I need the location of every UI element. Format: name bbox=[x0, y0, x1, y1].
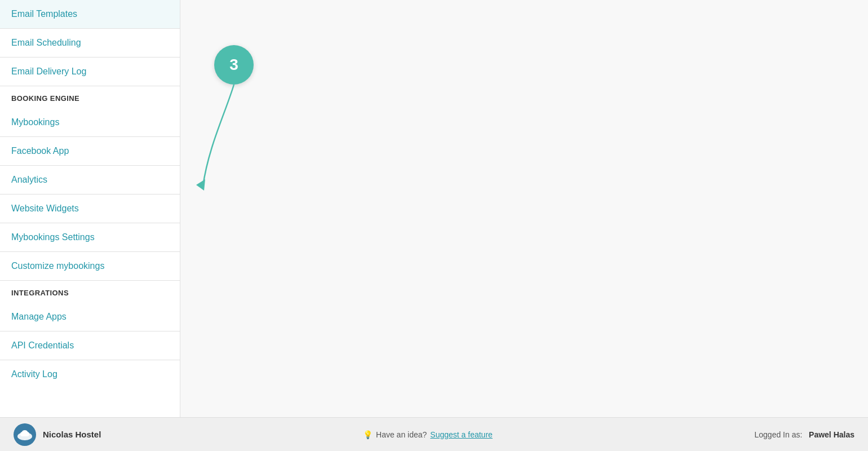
annotation-number: 3 bbox=[229, 56, 238, 74]
idea-text: Have an idea? bbox=[376, 430, 427, 439]
sidebar-nav: Email Templates Email Scheduling Email D… bbox=[0, 0, 180, 417]
logged-in-user: Pawel Halas bbox=[809, 430, 854, 439]
annotation-container: 3 bbox=[192, 45, 304, 214]
main-content: 3 bbox=[180, 0, 868, 417]
sidebar-item-mybookings-settings[interactable]: Mybookings Settings bbox=[0, 223, 180, 251]
hat-icon bbox=[17, 428, 33, 441]
hostel-name: Nicolas Hostel bbox=[43, 430, 101, 439]
footer-left: Nicolas Hostel bbox=[14, 423, 101, 446]
sidebar-item-manage-apps[interactable]: Manage Apps bbox=[0, 303, 180, 331]
sidebar-item-activity-log[interactable]: Activity Log bbox=[0, 360, 180, 388]
sidebar: Email Templates Email Scheduling Email D… bbox=[0, 0, 180, 417]
footer: Nicolas Hostel 💡 Have an idea? Suggest a… bbox=[0, 417, 868, 451]
sidebar-section-booking: BOOKING ENGINE bbox=[0, 86, 180, 108]
sidebar-item-email-delivery-log[interactable]: Email Delivery Log bbox=[0, 58, 180, 86]
avatar bbox=[14, 423, 36, 446]
sidebar-item-website-widgets[interactable]: Website Widgets bbox=[0, 194, 180, 223]
logged-in-label: Logged In as: bbox=[755, 430, 803, 439]
footer-right: Logged In as: Pawel Halas bbox=[755, 430, 854, 439]
sidebar-item-email-scheduling[interactable]: Email Scheduling bbox=[0, 29, 180, 57]
sidebar-item-facebook-app[interactable]: Facebook App bbox=[0, 137, 180, 165]
lightbulb-icon: 💡 bbox=[363, 430, 373, 439]
annotation-arrow-svg bbox=[192, 45, 304, 214]
sidebar-item-email-templates[interactable]: Email Templates bbox=[0, 0, 180, 28]
footer-center: 💡 Have an idea? Suggest a feature bbox=[363, 430, 493, 439]
svg-point-3 bbox=[22, 430, 28, 434]
svg-marker-0 bbox=[196, 179, 205, 191]
suggest-feature-link[interactable]: Suggest a feature bbox=[430, 430, 493, 439]
sidebar-item-mybookings[interactable]: Mybookings bbox=[0, 108, 180, 136]
sidebar-item-customize-mybookings[interactable]: Customize mybookings bbox=[0, 252, 180, 280]
sidebar-item-analytics[interactable]: Analytics bbox=[0, 166, 180, 194]
sidebar-item-api-credentials[interactable]: API Credentials bbox=[0, 331, 180, 360]
annotation-bubble: 3 bbox=[214, 45, 254, 85]
sidebar-section-integrations: INTEGRATIONS bbox=[0, 280, 180, 303]
